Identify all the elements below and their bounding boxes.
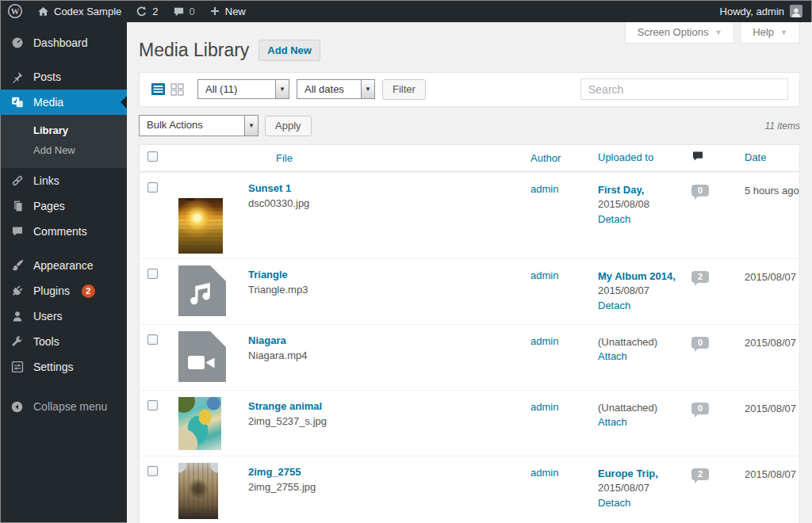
submenu-item-add-new[interactable]: Add New: [0, 140, 127, 160]
media-title-link[interactable]: Triangle: [248, 269, 308, 281]
sidebar-item-posts[interactable]: Posts: [0, 64, 127, 90]
date-filter-select[interactable]: All dates ▼: [297, 79, 375, 99]
admin-sidebar: Dashboard Posts Media Library Add New: [0, 22, 127, 523]
sidebar-item-media[interactable]: Media: [0, 90, 127, 115]
column-header-uploaded-to[interactable]: Uploaded to: [598, 151, 653, 163]
bulk-actions-select[interactable]: Bulk Actions ▼: [139, 115, 259, 136]
uploaded-to-link[interactable]: My Album 2014,: [598, 269, 685, 284]
wordpress-logo-menu[interactable]: W: [0, 0, 30, 22]
row-checkbox[interactable]: [147, 269, 158, 279]
sidebar-item-dashboard[interactable]: Dashboard: [0, 30, 127, 55]
sidebar-item-comments[interactable]: Comments: [0, 219, 127, 244]
table-row: 2img_2755 2img_2755.jpg admin Europe Tri…: [140, 456, 799, 523]
settings-sliders-icon: [10, 360, 25, 375]
site-name: Codex Sample: [54, 6, 121, 17]
date-cell: 2015/08/07: [731, 456, 799, 523]
site-name-menu[interactable]: Codex Sample: [30, 0, 128, 22]
apply-button[interactable]: Apply: [265, 116, 312, 136]
comments-column-icon[interactable]: [691, 151, 704, 165]
column-header-file[interactable]: File: [276, 152, 293, 164]
media-thumbnail-mosaic[interactable]: [178, 397, 221, 450]
submenu-item-library[interactable]: Library: [0, 120, 127, 140]
uploaded-to-link[interactable]: Europe Trip,: [598, 467, 685, 482]
dashboard-icon: [10, 36, 25, 51]
row-checkbox[interactable]: [147, 400, 158, 410]
plugin-icon: [10, 284, 25, 299]
detach-link[interactable]: Detach: [598, 299, 685, 314]
sidebar-item-appearance[interactable]: Appearance: [0, 253, 127, 278]
comments-count: 0: [190, 6, 195, 17]
sidebar-label: Settings: [33, 361, 74, 373]
grid-view-icon[interactable]: [169, 82, 185, 97]
comments-icon: [10, 224, 25, 239]
column-header-date[interactable]: Date: [745, 151, 766, 163]
column-header-author[interactable]: Author: [530, 152, 561, 164]
row-checkbox[interactable]: [147, 466, 158, 476]
comment-count-bubble[interactable]: 2: [691, 271, 709, 283]
comment-count-bubble[interactable]: 2: [691, 468, 709, 480]
new-content-menu[interactable]: New: [202, 0, 253, 22]
table-row: Sunset 1 dsc00330.jpg admin First Day, 2…: [140, 172, 799, 258]
date-cell: 5 hours ago: [731, 173, 799, 258]
user-icon: [10, 309, 25, 324]
video-file-icon[interactable]: [178, 331, 248, 385]
page-title: Media Library: [139, 40, 249, 62]
sidebar-item-plugins[interactable]: Plugins 2: [0, 278, 127, 303]
screen-options-button[interactable]: Screen Options ▼: [625, 22, 735, 44]
uploaded-to-cell: (Unattached) Attach: [592, 391, 685, 456]
comments-menu[interactable]: 0: [166, 0, 202, 22]
updates-count: 2: [152, 6, 158, 17]
audio-file-icon[interactable]: [178, 265, 248, 319]
media-title-link[interactable]: Niagara: [248, 334, 307, 346]
account-menu[interactable]: Howdy, admin: [720, 5, 812, 17]
media-title-link[interactable]: Sunset 1: [248, 182, 309, 194]
attach-link[interactable]: Attach: [598, 349, 685, 365]
sidebar-item-tools[interactable]: Tools: [0, 329, 127, 354]
media-title-link[interactable]: Strange animal: [248, 400, 327, 412]
sidebar-item-users[interactable]: Users: [0, 303, 127, 329]
filter-button[interactable]: Filter: [382, 79, 426, 100]
sidebar-item-settings[interactable]: Settings: [0, 354, 127, 380]
uploaded-to-link[interactable]: First Day,: [598, 183, 685, 198]
collapse-menu-button[interactable]: Collapse menu: [0, 394, 127, 419]
row-checkbox[interactable]: [147, 182, 158, 193]
help-button[interactable]: Help ▼: [740, 22, 800, 44]
bulk-actions-bar: Bulk Actions ▼ Apply 11 items: [139, 114, 800, 138]
detach-link[interactable]: Detach: [598, 212, 685, 227]
plus-icon: [209, 6, 220, 17]
howdy-text: Howdy, admin: [720, 6, 784, 17]
active-menu-arrow: [121, 96, 127, 109]
media-type-filter-select[interactable]: All (11) ▼: [197, 79, 289, 99]
comment-count-bubble[interactable]: 0: [691, 185, 709, 197]
search-input[interactable]: [580, 78, 788, 100]
updates-icon: [136, 6, 147, 17]
home-icon: [37, 6, 49, 17]
sidebar-item-links[interactable]: Links: [0, 168, 127, 193]
author-link[interactable]: admin: [530, 183, 558, 195]
screen-options-label: Screen Options: [638, 26, 709, 38]
sidebar-label: Users: [33, 310, 63, 323]
select-arrow-icon: ▼: [275, 80, 289, 98]
comment-count-bubble[interactable]: 0: [691, 403, 709, 414]
select-all-checkbox[interactable]: [147, 151, 158, 162]
media-thumbnail-building[interactable]: [178, 463, 218, 519]
media-list-table: File Author Uploaded to Date Sunset 1: [139, 144, 800, 523]
row-checkbox[interactable]: [147, 334, 158, 345]
author-link[interactable]: admin: [530, 269, 558, 281]
updates-menu[interactable]: 2: [128, 0, 165, 22]
uploaded-to-cell: My Album 2014, 2015/08/07 Detach: [592, 259, 685, 324]
add-new-button[interactable]: Add New: [259, 40, 320, 61]
list-view-icon[interactable]: [150, 82, 166, 97]
attach-link[interactable]: Attach: [598, 415, 685, 430]
collapse-label: Collapse menu: [33, 400, 107, 413]
author-link[interactable]: admin: [530, 335, 558, 347]
media-title-link[interactable]: 2img_2755: [248, 466, 316, 478]
author-link[interactable]: admin: [530, 401, 558, 413]
media-thumbnail-sunset[interactable]: [178, 198, 223, 254]
sidebar-item-pages[interactable]: Pages: [0, 193, 127, 219]
detach-link[interactable]: Detach: [598, 496, 685, 511]
comment-count-bubble[interactable]: 0: [691, 337, 709, 349]
author-link[interactable]: admin: [530, 467, 558, 479]
header-checkbox-cell: [140, 151, 167, 165]
media-icon: [10, 95, 25, 110]
